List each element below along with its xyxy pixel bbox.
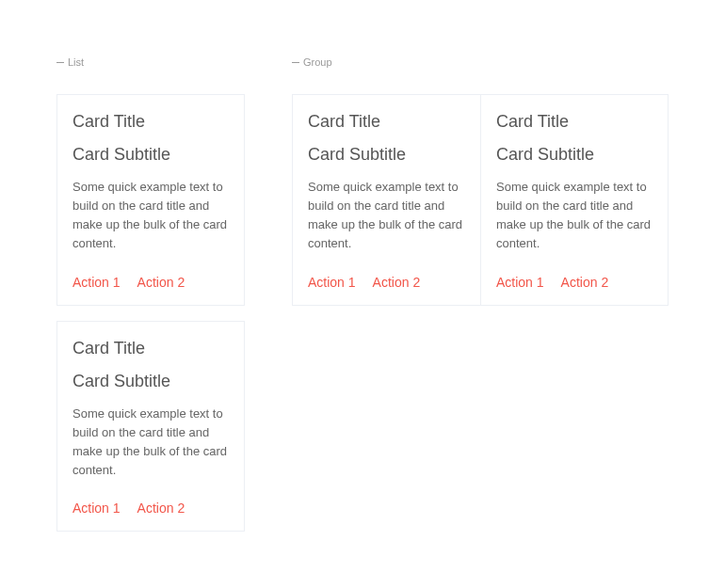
section-label-group: Group (292, 56, 669, 68)
action-1-link[interactable]: Action 1 (496, 275, 544, 290)
card-text: Some quick example text to build on the … (72, 405, 229, 481)
card-title: Card Title (308, 112, 465, 132)
action-1-link[interactable]: Action 1 (72, 275, 121, 290)
action-1-link[interactable]: Action 1 (308, 275, 356, 290)
action-2-link[interactable]: Action 2 (137, 501, 185, 516)
card-title: Card Title (496, 112, 652, 132)
card-subtitle: Card Subtitle (496, 145, 652, 165)
section-label-text: Group (303, 56, 332, 68)
group-section: Group Card Title Card Subtitle Some quic… (292, 56, 669, 306)
card-actions: Action 1 Action 2 (496, 275, 652, 290)
action-2-link[interactable]: Action 2 (373, 275, 421, 290)
card-text: Some quick example text to build on the … (72, 178, 229, 254)
card-title: Card Title (72, 112, 229, 132)
dash-icon (292, 62, 299, 63)
card-actions: Action 1 Action 2 (308, 275, 465, 290)
card-subtitle: Card Subtitle (308, 145, 465, 165)
action-1-link[interactable]: Action 1 (72, 501, 121, 516)
card-subtitle: Card Subtitle (72, 145, 229, 165)
list-section: List Card Title Card Subtitle Some quick… (56, 56, 245, 532)
action-2-link[interactable]: Action 2 (561, 275, 609, 290)
action-2-link[interactable]: Action 2 (137, 275, 185, 290)
section-label-list: List (56, 56, 245, 68)
card-text: Some quick example text to build on the … (308, 178, 465, 254)
card-title: Card Title (72, 339, 229, 358)
card-actions: Action 1 Action 2 (72, 501, 229, 516)
card-group-row: Card Title Card Subtitle Some quick exam… (292, 94, 669, 306)
card-subtitle: Card Subtitle (72, 372, 229, 391)
list-card: Card Title Card Subtitle Some quick exam… (56, 321, 245, 532)
section-label-text: List (68, 56, 84, 68)
card-actions: Action 1 Action 2 (72, 275, 229, 290)
group-card: Card Title Card Subtitle Some quick exam… (480, 94, 669, 306)
card-text: Some quick example text to build on the … (496, 178, 652, 254)
list-card: Card Title Card Subtitle Some quick exam… (56, 94, 245, 306)
group-card: Card Title Card Subtitle Some quick exam… (292, 94, 480, 306)
dash-icon (56, 62, 64, 63)
